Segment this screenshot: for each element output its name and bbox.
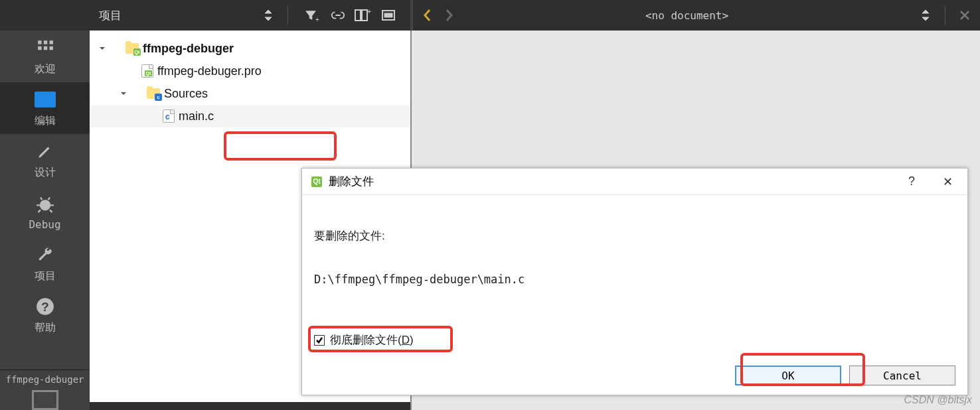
dialog-close-button[interactable]: ✕ [933,172,962,192]
split-icon[interactable]: + [353,5,373,25]
svg-text:?: ? [41,300,48,314]
wrench-icon [35,244,56,265]
nav-design[interactable]: 设计 [0,134,90,186]
nav-projects[interactable]: 项目 [0,238,90,289]
folder-icon: Qt [125,43,139,54]
bug-icon [35,193,56,214]
nav-back-button[interactable] [418,7,436,24]
delete-permanently-label[interactable]: 彻底删除文件(D) [330,332,414,348]
top-toolbar: 项目 + + <no document> [90,0,980,31]
doc-sort-icon[interactable] [916,5,936,25]
nav-design-label: 设计 [35,166,56,180]
grid-icon [35,37,56,58]
nav-welcome[interactable]: 欢迎 [0,31,90,82]
dialog-help-button[interactable]: ? [897,172,926,192]
highlight-box [224,131,337,161]
tree-sources-folder[interactable]: c Sources [90,82,410,105]
dialog-prompt: 要删除的文件: [314,228,955,243]
dialog-title: 删除文件 [329,174,890,189]
dialog-file-path: D:\ffmpeg\ffmpeg-debuger\main.c [314,273,955,286]
project-dropdown[interactable]: 项目 [99,8,253,23]
delete-file-dialog: Qt 删除文件 ? ✕ 要删除的文件: D:\ffmpeg\ffmpeg-deb… [301,168,968,395]
c-file-icon: c [163,109,175,123]
nav-debug-label: Debug [29,218,60,231]
tree-main-c[interactable]: c main.c [90,105,410,127]
svg-rect-2 [49,40,52,44]
editor-icon [35,89,56,110]
svg-rect-9 [355,10,361,21]
target-icon[interactable] [32,390,58,410]
svg-rect-12 [384,13,392,17]
document-label[interactable]: <no document> [463,9,910,22]
outline-icon[interactable] [378,5,398,25]
nav-forward-button[interactable] [441,7,458,24]
delete-permanently-checkbox[interactable] [314,335,325,346]
tree-pro-file[interactable]: Qt ffmpeg-debuger.pro [90,60,410,82]
svg-rect-10 [362,10,367,21]
chevron-down-icon[interactable] [98,44,107,53]
help-icon: ? [35,296,56,317]
file-icon: Qt [141,64,153,78]
tree-sources-label: Sources [164,87,208,101]
filter-icon[interactable]: + [303,5,323,25]
nav-editor[interactable]: 编辑 [0,82,90,134]
tree-pro-label: ffmpeg-debuger.pro [157,64,262,78]
tree-main-label: main.c [179,109,214,123]
nav-help[interactable]: ? 帮助 [0,289,90,341]
nav-welcome-label: 欢迎 [35,62,56,76]
nav-editor-label: 编辑 [35,114,56,128]
kit-selector[interactable]: ffmpeg-debuger [0,370,90,390]
svg-rect-5 [49,46,52,49]
tree-root[interactable]: Qt ffmpeg-debuger [90,37,410,60]
svg-rect-0 [38,40,41,44]
nav-help-label: 帮助 [35,321,56,335]
svg-rect-4 [43,46,46,49]
nav-projects-label: 项目 [35,269,56,283]
tree-root-label: ffmpeg-debuger [143,42,234,56]
svg-rect-1 [43,40,46,44]
sort-icon[interactable] [258,5,278,25]
chevron-down-icon[interactable] [119,89,128,98]
folder-icon: c [147,88,160,99]
ok-button[interactable]: OK [735,366,841,385]
svg-rect-3 [38,46,41,49]
left-sidebar: 欢迎 编辑 设计 Debug 项目 ? 帮助 ffmpeg-debuger [0,0,90,410]
link-icon[interactable] [328,5,348,25]
nav-debug[interactable]: Debug [0,186,90,238]
pencil-icon [35,141,56,162]
cancel-button[interactable]: Cancel [849,366,955,385]
qt-icon: Qt [311,176,322,187]
close-doc-button[interactable] [955,5,975,25]
svg-point-6 [39,200,50,210]
